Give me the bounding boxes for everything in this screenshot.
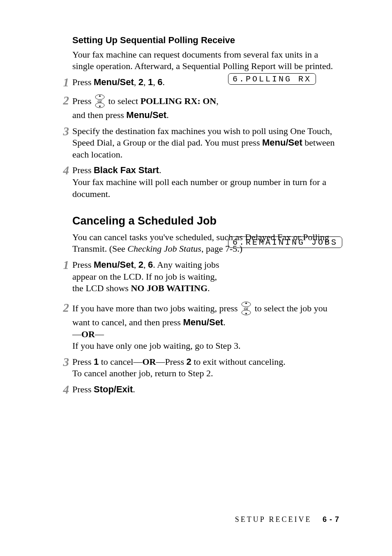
step-number: 3 [53, 125, 69, 137]
step-number: 4 [53, 384, 69, 396]
step-number: 1 [53, 76, 69, 88]
svg-marker-7 [245, 302, 247, 304]
option-polling-rx-on: POLLING RX: ON [141, 96, 217, 106]
text: Press [72, 165, 94, 175]
step-4-section2: 4 Press Stop/Exit. [53, 384, 339, 396]
page-footer: SETUP RECEIVE 6 - 7 [235, 515, 339, 524]
lcd-display-remaining-jobs: 6.REMAINING JOBS [228, 236, 342, 248]
text: . [166, 110, 169, 120]
text: — [95, 329, 104, 339]
text: , [216, 96, 219, 106]
step-body: Press or to select POLLING RX: ON, and t… [72, 95, 339, 121]
key-black-fax-start: Black Fax Start [94, 165, 159, 175]
key-menu-set: Menu/Set [94, 77, 134, 87]
intro-paragraph-1: Your fax machine can request documents f… [72, 49, 339, 72]
text: If you have more than two jobs waiting, … [72, 303, 240, 313]
digit: 6 [148, 259, 153, 270]
or-text: OR [81, 329, 95, 339]
step-number: 4 [53, 164, 69, 176]
text: . [133, 384, 135, 394]
digit: 1 [148, 77, 153, 87]
step-1-section2: 1 Press Menu/Set, 2, 6. Any waiting jobs… [53, 259, 339, 294]
text: . [223, 317, 226, 327]
manual-page: Setting Up Sequential Polling Receive Yo… [0, 0, 392, 556]
text: , [143, 259, 148, 270]
step-number: 3 [53, 356, 69, 368]
key-menu-set: Menu/Set [183, 317, 223, 327]
step-number: 1 [53, 259, 69, 271]
text: Press [72, 96, 94, 106]
key-stop-exit: Stop/Exit [94, 384, 133, 394]
step-body: Press Menu/Set, 2, 6. Any waiting jobs a… [72, 259, 220, 294]
text: and then press [72, 110, 126, 120]
step-body: If you have more than two jobs waiting, … [72, 302, 339, 352]
text: , [153, 77, 157, 87]
text: to exit without canceling. [191, 357, 286, 367]
digit: 6 [157, 77, 162, 87]
msg-no-job-waiting: NO JOB WAITING [131, 283, 208, 293]
digit: 2 [186, 357, 191, 367]
step-3-section1: 3 Specify the destination fax machines y… [53, 125, 339, 161]
section-heading-sequential-polling: Setting Up Sequential Polling Receive [72, 35, 339, 46]
text: —Press [156, 357, 187, 367]
text: . [163, 77, 165, 87]
step-body: Press 1 to cancel—OR—Press 2 to exit wit… [72, 356, 339, 380]
footer-page-number: 6 - 7 [323, 515, 339, 524]
arrow-up-down-icon: or [240, 301, 252, 316]
svg-marker-2 [99, 95, 101, 97]
lcd-text: 6.REMAINING JOBS [228, 236, 342, 248]
text: Your fax machine will poll each number o… [72, 177, 326, 199]
text: . [208, 283, 210, 293]
svg-text:or: or [98, 98, 103, 104]
digit: 2 [138, 259, 143, 270]
text: to select [108, 96, 140, 106]
text: Press [72, 259, 94, 270]
arrow-up-down-icon: or [94, 94, 106, 109]
step-number: 2 [53, 95, 69, 107]
text: Press [72, 77, 94, 87]
step-number: 2 [53, 302, 69, 314]
text: , [143, 77, 148, 87]
step-3-section2: 3 Press 1 to cancel—OR—Press 2 to exit w… [53, 356, 339, 380]
step-body: Press Menu/Set, 2, 1, 6. [72, 76, 220, 88]
footer-section-name: SETUP RECEIVE [235, 515, 312, 524]
step-2-section2: 2 If you have more than two jobs waiting… [53, 302, 339, 352]
text: . [159, 165, 161, 175]
text: Press [72, 384, 94, 394]
text: To cancel another job, return to Step 2. [72, 368, 213, 378]
text: to cancel— [99, 357, 142, 367]
digit: 1 [94, 357, 99, 367]
step-2-section1: 2 Press or to select POLLING RX: ON, and… [53, 95, 339, 121]
reference-title: Checking Job Status [127, 243, 201, 254]
text: If you have only one job waiting, go to … [72, 341, 240, 351]
key-menu-set: Menu/Set [126, 110, 166, 120]
text: , [134, 77, 138, 87]
key-menu-set: Menu/Set [94, 259, 134, 270]
svg-marker-8 [245, 313, 247, 315]
svg-text:or: or [244, 305, 249, 311]
text: , [134, 259, 138, 270]
step-body: Press Stop/Exit. [72, 384, 339, 396]
step-4-section1: 4 Press Black Fax Start. Your fax machin… [53, 164, 339, 200]
svg-marker-3 [99, 106, 101, 107]
text: — [72, 329, 81, 339]
step-body: Specify the destination fax machines you… [72, 125, 339, 161]
section-heading-canceling: Canceling a Scheduled Job [72, 215, 339, 227]
digit: 2 [138, 77, 143, 87]
step-1-section1: 1 Press Menu/Set, 2, 1, 6. [53, 76, 339, 89]
or-text: OR [143, 357, 156, 367]
step-body: Press Black Fax Start. Your fax machine … [72, 164, 339, 200]
key-menu-set: Menu/Set [262, 137, 302, 148]
text: Press [72, 357, 94, 367]
